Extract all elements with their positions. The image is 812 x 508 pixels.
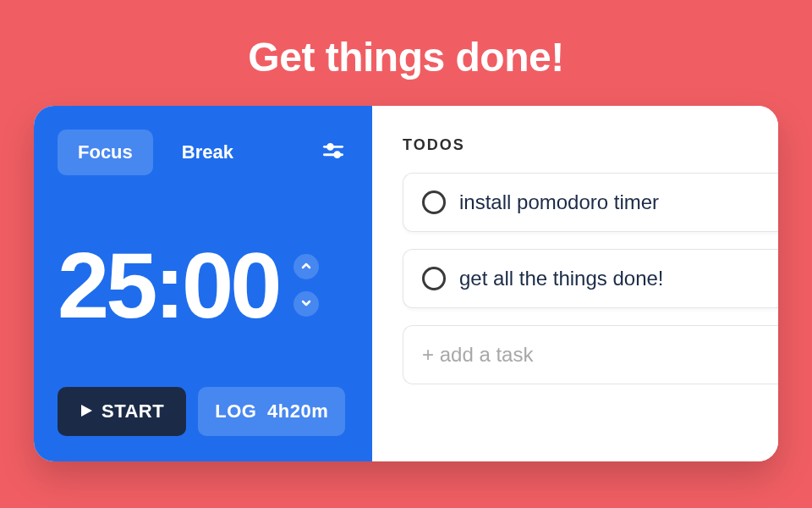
circle-icon[interactable]	[422, 267, 446, 290]
svg-marker-4	[81, 405, 92, 417]
page-title: Get things done!	[0, 0, 812, 106]
timer-panel: Focus Break 25:00	[34, 106, 372, 461]
tabs-row: Focus Break	[58, 130, 348, 175]
svg-point-3	[335, 152, 340, 157]
tab-break[interactable]: Break	[162, 130, 254, 175]
start-label: START	[102, 400, 164, 422]
sliders-icon	[321, 139, 345, 166]
svg-point-1	[328, 144, 333, 149]
todo-text: install pomodoro timer	[459, 190, 659, 214]
todos-title: TODOS	[403, 136, 778, 154]
controls-row: START LOG 4h20m	[58, 387, 348, 436]
todo-text: get all the things done!	[459, 267, 664, 290]
start-button[interactable]: START	[58, 387, 186, 436]
app-card: Focus Break 25:00	[34, 106, 778, 461]
time-display: 25:00	[58, 239, 278, 332]
settings-button[interactable]	[318, 137, 348, 168]
tab-focus[interactable]: Focus	[58, 130, 153, 175]
log-button[interactable]: LOG 4h20m	[198, 387, 345, 436]
time-stepper	[294, 254, 319, 317]
chevron-up-icon	[301, 259, 311, 274]
todo-item[interactable]: install pomodoro timer	[403, 173, 778, 232]
play-icon	[80, 400, 93, 422]
add-task-input[interactable]: + add a task	[403, 325, 778, 384]
todos-panel: TODOS install pomodoro timer get all the…	[372, 106, 778, 461]
time-increase-button[interactable]	[294, 254, 319, 279]
time-decrease-button[interactable]	[294, 291, 319, 317]
time-row: 25:00	[58, 184, 348, 387]
add-task-placeholder: + add a task	[422, 343, 533, 367]
chevron-down-icon	[301, 296, 311, 312]
todo-item[interactable]: get all the things done!	[403, 249, 778, 308]
log-label: LOG	[215, 400, 256, 422]
log-value: 4h20m	[267, 400, 328, 422]
circle-icon[interactable]	[422, 190, 446, 214]
